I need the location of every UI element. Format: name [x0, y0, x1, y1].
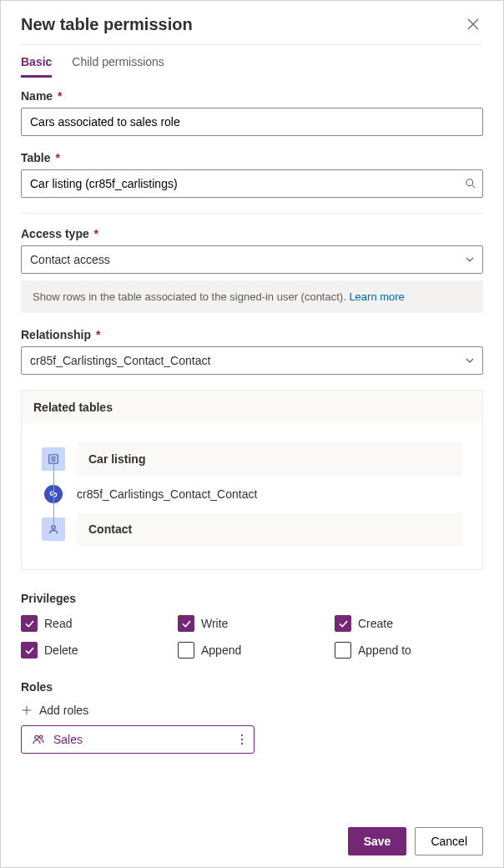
new-table-permission-panel: New table permission Basic Child permiss…: [0, 0, 504, 868]
required-indicator: *: [93, 328, 100, 341]
required-indicator: *: [54, 89, 62, 103]
role-chip[interactable]: Sales: [21, 725, 255, 754]
table-label: Table *: [21, 151, 483, 164]
privileges-grid: ReadWriteCreateDeleteAppendAppend to: [21, 615, 483, 659]
save-button[interactable]: Save: [348, 827, 407, 855]
related-table-name: Contact: [88, 522, 132, 536]
privilege-label: Write: [201, 617, 228, 630]
name-input[interactable]: [21, 108, 483, 136]
check-icon: [24, 618, 35, 629]
close-button[interactable]: [463, 14, 483, 34]
relationship-value: cr85f_Carlistings_Contact_Contact: [21, 346, 483, 375]
svg-line-1: [472, 185, 476, 189]
add-roles-label: Add roles: [39, 704, 88, 717]
chevron-down-icon: [465, 356, 475, 366]
tab-basic[interactable]: Basic: [21, 55, 52, 78]
field-relationship: Relationship * cr85f_Carlistings_Contact…: [21, 328, 483, 375]
section-divider: [21, 213, 483, 214]
checkbox-box: [178, 615, 194, 632]
svg-point-10: [40, 735, 43, 738]
svg-point-13: [241, 743, 243, 744]
chevron-down-icon: [465, 255, 475, 265]
privilege-label: Read: [44, 617, 72, 630]
access-type-select[interactable]: Contact access: [21, 245, 483, 274]
name-label: Name *: [21, 89, 483, 103]
close-icon: [466, 18, 480, 31]
access-type-value: Contact access: [21, 245, 483, 274]
privilege-checkbox-append-to[interactable]: Append to: [335, 642, 483, 659]
check-icon: [24, 645, 35, 656]
privilege-checkbox-read[interactable]: Read: [21, 615, 169, 632]
table-input[interactable]: [21, 169, 483, 198]
privilege-label: Create: [358, 617, 393, 630]
relationship-label: Relationship *: [21, 328, 483, 341]
panel-footer: Save Cancel: [1, 815, 503, 867]
cancel-button[interactable]: Cancel: [415, 827, 483, 855]
check-icon: [338, 618, 349, 629]
required-indicator: *: [53, 151, 60, 164]
more-vertical-icon: [240, 734, 244, 745]
add-roles-button[interactable]: Add roles: [21, 704, 483, 717]
privilege-label: Append: [201, 643, 241, 657]
privileges-section: Privileges ReadWriteCreateDeleteAppendAp…: [21, 592, 483, 659]
check-icon: [181, 618, 192, 629]
access-type-label: Access type *: [21, 227, 483, 240]
checkbox-box: [21, 642, 38, 659]
field-access-type: Access type * Contact access Show rows i…: [21, 227, 483, 313]
roles-section: Roles Add roles Sales: [21, 680, 483, 754]
svg-point-12: [241, 739, 243, 740]
checkbox-box: [178, 642, 194, 659]
relationship-select[interactable]: cr85f_Carlistings_Contact_Contact: [21, 346, 483, 375]
related-table-row: Car listing: [42, 439, 462, 479]
tabs: Basic Child permissions: [1, 45, 503, 78]
table-lookup[interactable]: [21, 169, 483, 198]
privilege-checkbox-write[interactable]: Write: [178, 615, 326, 632]
required-indicator: *: [91, 227, 98, 240]
roles-heading: Roles: [21, 680, 483, 694]
related-table-card: Contact: [77, 512, 462, 546]
tab-child-permissions[interactable]: Child permissions: [72, 55, 164, 78]
checkbox-box: [335, 642, 351, 659]
svg-point-11: [241, 734, 243, 736]
field-name: Name *: [21, 89, 483, 136]
related-relationship-name: cr85f_Carlistings_Contact_Contact: [77, 487, 257, 501]
learn-more-link[interactable]: Learn more: [349, 290, 404, 303]
privilege-label: Append to: [358, 643, 411, 657]
related-tables-box: Related tables Car listing: [21, 390, 483, 570]
panel-content: Name * Table * Access type * Contact acc…: [1, 78, 503, 809]
people-icon: [32, 733, 45, 746]
checkbox-box: [21, 615, 38, 632]
related-table-name: Car listing: [88, 452, 145, 466]
panel-title: New table permission: [21, 15, 193, 34]
related-tables-heading: Related tables: [22, 391, 482, 424]
role-more-button[interactable]: [239, 734, 245, 745]
panel-header: New table permission: [1, 1, 503, 44]
related-table-row: Contact: [42, 509, 462, 549]
search-icon: [465, 178, 476, 189]
svg-point-0: [466, 179, 473, 186]
privilege-label: Delete: [44, 643, 78, 657]
access-type-info: Show rows in the table associated to the…: [21, 280, 483, 313]
related-table-card: Car listing: [77, 442, 462, 476]
privilege-checkbox-delete[interactable]: Delete: [21, 642, 169, 659]
related-tables-body: Car listing cr85f_Carlistings_Contact_Co…: [22, 424, 482, 569]
plus-icon: [21, 704, 33, 716]
privileges-heading: Privileges: [21, 592, 483, 605]
privilege-checkbox-create[interactable]: Create: [335, 615, 483, 632]
related-relationship-row: cr85f_Carlistings_Contact_Contact: [42, 479, 462, 509]
field-table: Table *: [21, 151, 483, 198]
privilege-checkbox-append[interactable]: Append: [178, 642, 326, 659]
role-name: Sales: [53, 733, 83, 746]
svg-point-9: [35, 735, 38, 739]
checkbox-box: [335, 615, 351, 632]
